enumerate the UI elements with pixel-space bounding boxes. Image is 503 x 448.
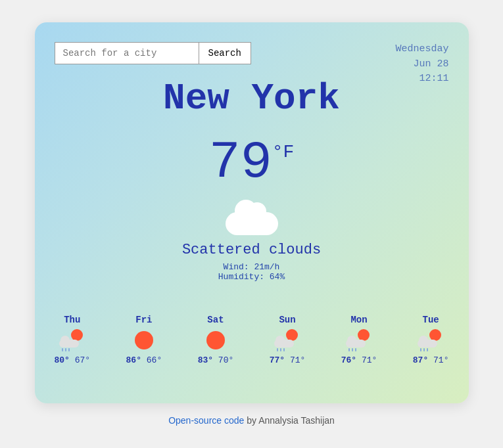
forecast-temp-range: 80° 67° (55, 355, 91, 365)
search-row: Search (55, 42, 449, 64)
time: 12:11 (395, 72, 448, 87)
temperature-unit: °F (272, 142, 295, 162)
forecast-day: Sun 77° 71° (270, 315, 306, 365)
footer-by: by Annalysia Tashijan (244, 415, 335, 426)
forecast-icon (274, 329, 300, 351)
forecast-day: Thu 80° 67° (55, 315, 91, 365)
temp-high: 87° (413, 355, 428, 365)
forecast-icon (131, 329, 157, 351)
forecast-day-label: Fri (135, 315, 152, 325)
date-time: Wednesday Jun 28 12:11 (395, 42, 448, 87)
forecast-icon (203, 329, 229, 351)
forecast-day-label: Thu (64, 315, 80, 325)
humidity-text: Humidity: 64% (55, 272, 449, 282)
temp-high: 80° (55, 355, 70, 365)
temperature-value: 79 (209, 133, 272, 192)
temp-low: 71° (433, 355, 448, 365)
forecast-row: Thu 80° 67°Fri86° 66°Sat83° 70°Sun (55, 308, 449, 365)
forecast-day-label: Sat (207, 315, 224, 325)
temp-high: 86° (126, 355, 141, 365)
search-button[interactable]: Search (199, 42, 251, 64)
forecast-temp-range: 86° 66° (126, 355, 162, 365)
forecast-temp-range: 83° 70° (198, 355, 234, 365)
forecast-day: Sat83° 70° (198, 315, 234, 365)
forecast-day-label: Mon (350, 315, 367, 325)
search-input[interactable] (55, 42, 199, 64)
condition-text: Scattered clouds (55, 242, 449, 258)
temp-low: 71° (362, 355, 377, 365)
footer: Open-source code by Annalysia Tashijan (168, 415, 335, 426)
forecast-day-label: Sun (279, 315, 295, 325)
forecast-day: Fri86° 66° (126, 315, 162, 365)
day-of-week: Wednesday (395, 42, 448, 57)
temperature-row: 79 °F (55, 133, 449, 192)
date: Jun 28 (395, 57, 448, 72)
wind-text: Wind: 21m/h (55, 262, 449, 272)
forecast-temp-range: 87° 71° (413, 355, 449, 365)
forecast-temp-range: 76° 71° (341, 355, 377, 365)
forecast-day: Tue 87° 71° (413, 315, 449, 365)
forecast-day: Mon 76° 71° (341, 315, 377, 365)
forecast-icon (346, 329, 372, 351)
forecast-icon (59, 329, 85, 351)
forecast-icon (418, 329, 444, 351)
temp-high: 83° (198, 355, 213, 365)
forecast-day-label: Tue (423, 315, 439, 325)
temp-low: 71° (290, 355, 305, 365)
city-name: New York (55, 78, 449, 120)
weather-card: Search Wednesday Jun 28 12:11 New York 7… (35, 22, 469, 403)
forecast-temp-range: 77° 71° (270, 355, 306, 365)
temp-high: 76° (341, 355, 356, 365)
main-weather-icon (55, 199, 449, 235)
temp-low: 67° (75, 355, 90, 365)
open-source-link[interactable]: Open-source code (168, 415, 244, 426)
temp-low: 70° (218, 355, 233, 365)
temp-low: 66° (147, 355, 162, 365)
temp-high: 77° (270, 355, 285, 365)
